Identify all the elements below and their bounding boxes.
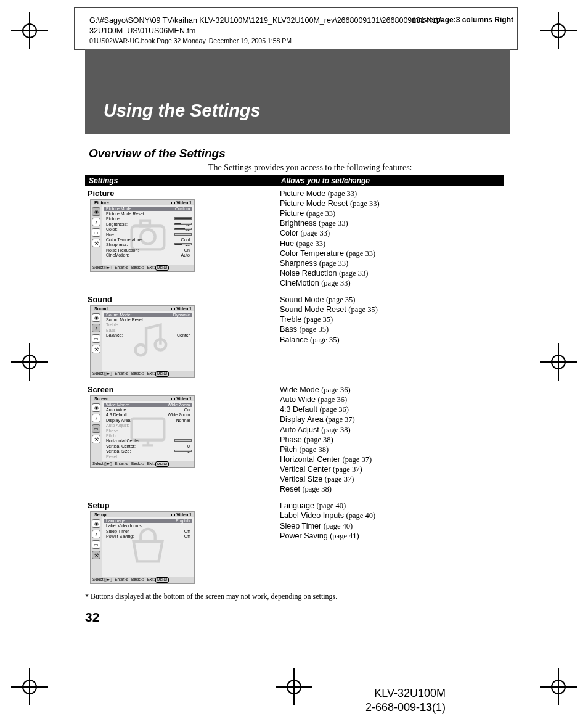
osd-row-label: Label Video Inputs — [106, 524, 142, 529]
table-row: Setup Setup Video 1 ◉♪▭⚒ Language:Englis… — [85, 498, 504, 588]
osd-tab-icon: ◉ — [92, 313, 100, 322]
section-title: Overview of the Settings — [89, 147, 510, 160]
osd-row-label: Hue: — [106, 232, 115, 237]
osd-row-label: Treble: — [106, 323, 120, 327]
crop-mark-icon — [22, 680, 37, 694]
osd-row-value: Center — [177, 333, 190, 338]
osd-row-value: Cool — [181, 237, 190, 242]
osd-tabstrip: ◉♪▭⚒ — [91, 517, 102, 577]
osd-row: Hue:0 — [104, 232, 192, 237]
feature-item: Wide Mode (page 36) — [280, 385, 502, 395]
osd-row: Treble: — [104, 323, 192, 327]
feature-label: CineMotion — [280, 279, 319, 287]
osd-row-label: Pitch: — [106, 434, 117, 438]
model-number: KLV-32U100M — [365, 686, 446, 701]
osd-screenshot: Sound Video 1 ◉♪▭⚒ Sound Mode:Dynamic So… — [90, 305, 195, 378]
osd-tab-icon: ♪ — [92, 218, 100, 226]
osd-row: Auto Adjust: — [104, 423, 192, 428]
settings-cell: Setup Setup Video 1 ◉♪▭⚒ Language:Englis… — [85, 498, 277, 588]
footnote: * Buttons displayed at the bottom of the… — [85, 592, 510, 601]
osd-highlight-row: Wide Mode:Wide Zoom — [104, 403, 192, 407]
feature-label: Power Saving — [280, 532, 328, 540]
osd-row-value: Off — [184, 534, 190, 539]
osd-row-value: On — [184, 408, 190, 413]
features-cell: Wide Mode (page 36)Auto Wide (page 36)4:… — [277, 382, 504, 498]
feature-item: Sound Mode Reset (page 35) — [280, 305, 502, 315]
feature-label: Balance — [280, 335, 308, 344]
feature-label: Language — [280, 501, 314, 510]
feature-label: Horizontal Center — [280, 455, 340, 464]
osd-row-label: Balance: — [106, 333, 123, 338]
osd-tabstrip: ◉♪▭⚒ — [91, 205, 102, 265]
osd-row-label: Color: — [106, 227, 118, 232]
page-ref: (page 40) — [346, 511, 376, 520]
osd-tabstrip: ◉♪▭⚒ — [91, 401, 102, 461]
feature-item: Vertical Size (page 37) — [280, 474, 502, 484]
osd-row: Noise Reduction:On — [104, 248, 192, 253]
crop-mark-icon — [551, 680, 566, 694]
osd-row-label: Auto Adjust: — [106, 423, 129, 428]
page-ref: (page 33) — [321, 279, 351, 287]
table-row: Screen Screen Video 1 ◉♪▭⚒ Wide Mode:Wid… — [85, 382, 504, 498]
osd-row-value: 0 — [187, 444, 190, 449]
osd-tab-icon: ♪ — [92, 530, 100, 538]
page-meta-frame: G:\#Sagyo\SONY\09 TV\kaihan KLV-32U100M\… — [74, 7, 518, 50]
feature-label: Sharpness — [280, 259, 317, 268]
page-ref: (page 35) — [348, 305, 378, 314]
osd-panel: Sound Mode:Dynamic Sound Mode ResetTrebl… — [102, 311, 194, 371]
osd-title: Setup — [94, 512, 106, 517]
page-ref: (page 33) — [346, 249, 376, 258]
input-icon — [171, 202, 175, 204]
feature-item: Power Saving (page 41) — [280, 531, 502, 541]
feature-item: Brightness (page 33) — [280, 218, 502, 228]
table-row: Picture Picture Video 1 ◉♪▭⚒ Picture Mod… — [85, 186, 504, 292]
osd-tabstrip: ◉♪▭⚒ — [91, 311, 102, 371]
page-ref: (page 33) — [350, 199, 380, 208]
feature-label: Picture Mode — [280, 189, 325, 198]
osd-row-label: 4:3 Default: — [106, 413, 128, 418]
feature-item: CineMotion (page 33) — [280, 278, 502, 288]
osd-row-value: On — [184, 248, 190, 253]
page-ref: (page 37) — [325, 475, 354, 483]
osd-row: Phase: — [104, 429, 192, 434]
chapter-title: Using the Settings — [104, 101, 261, 121]
page-ref: (page 38) — [302, 485, 332, 493]
feature-label: Reset — [280, 485, 300, 493]
setting-name: Picture — [88, 189, 275, 198]
crop-mark-icon — [22, 23, 37, 38]
osd-titlebar: Screen Video 1 — [91, 396, 194, 401]
osd-tab-icon: ▭ — [92, 334, 100, 343]
osd-tab-icon: ▭ — [92, 424, 100, 433]
osd-row-value: Auto — [181, 253, 190, 258]
osd-tab-icon: ♪ — [92, 414, 100, 422]
osd-row-label: Noise Reduction: — [106, 248, 139, 253]
osd-row: Auto Wide:On — [104, 408, 192, 413]
osd-row-value: Normal — [176, 418, 190, 423]
page-ref: (page 38) — [321, 426, 351, 434]
crop-mark-icon — [551, 23, 566, 38]
crop-mark-icon — [22, 355, 37, 369]
feature-item: Label Video Inputs (page 40) — [280, 511, 502, 520]
osd-row-label: Sleep Timer — [106, 529, 129, 534]
osd-highlight-row: Picture Mode:Custom — [104, 207, 192, 211]
feature-item: Treble (page 35) — [280, 315, 502, 324]
feature-item: Sharpness (page 33) — [280, 258, 502, 268]
feature-item: Hue (page 33) — [280, 239, 502, 249]
feature-label: Display Area — [280, 415, 324, 424]
osd-tab-icon: ◉ — [92, 403, 100, 412]
page-ref: (page 33) — [328, 189, 357, 198]
feature-label: Treble — [280, 315, 301, 324]
page-ref: (page 33) — [339, 269, 369, 278]
feature-label: Sound Mode Reset — [280, 305, 346, 314]
col-header-settings: Settings — [85, 175, 277, 186]
input-icon — [171, 308, 175, 310]
page-ref: (page 33) — [319, 219, 348, 228]
osd-row-label: Phase: — [106, 429, 120, 434]
page-ref: (page 41) — [330, 532, 359, 540]
page-content: Using the Settings Overview of the Setti… — [85, 49, 510, 625]
feature-label: Picture — [280, 209, 304, 218]
feature-label: Vertical Size — [280, 475, 322, 483]
osd-row-label: Bass: — [106, 328, 117, 333]
osd-titlebar: Sound Video 1 — [91, 306, 194, 311]
osd-row-label: Auto Wide: — [106, 408, 127, 413]
